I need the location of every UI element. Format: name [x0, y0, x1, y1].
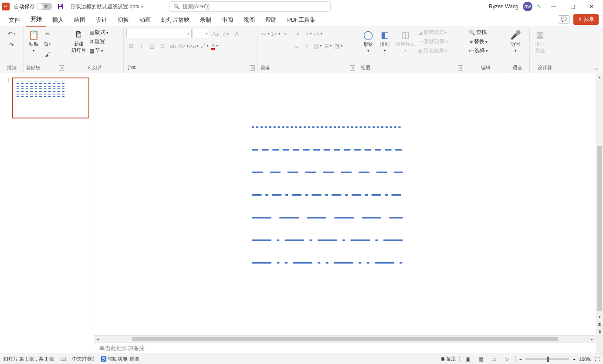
replace-button[interactable]: ⤭替换▾	[469, 38, 488, 45]
tab-切换[interactable]: 切换	[113, 13, 133, 27]
shape-effects-button[interactable]: ◐形状效果▾	[418, 47, 448, 54]
new-slide-button[interactable]: 🗎 新建 幻灯片	[70, 29, 88, 54]
spellcheck-icon[interactable]: 📖	[60, 356, 66, 362]
align-right-button[interactable]: ≡	[281, 41, 291, 51]
scroll-left-arrow[interactable]: ◂	[94, 337, 102, 341]
quick-styles-button[interactable]: ◫快速样式▾	[394, 29, 417, 54]
scroll-track[interactable]	[102, 336, 588, 343]
tab-设计[interactable]: 设计	[91, 13, 112, 27]
paragraph-launcher[interactable]: ↘	[350, 65, 355, 71]
drawing-launcher[interactable]: ↘	[458, 65, 463, 71]
scroll-down-arrow[interactable]: ▾	[596, 313, 603, 320]
strike-button[interactable]: S	[158, 41, 167, 51]
notes-toggle[interactable]: ≣ 备注	[441, 356, 456, 362]
shapes-button[interactable]: ◯形状▾	[361, 29, 376, 54]
increase-indent-button[interactable]: ⇥	[292, 29, 302, 38]
align-text-button[interactable]: ⊞	[323, 41, 333, 51]
arrange-button[interactable]: ◧排列▾	[377, 29, 392, 54]
italic-button[interactable]: I	[137, 41, 146, 51]
autosave-toggle[interactable]: 自动保存 关	[14, 3, 52, 10]
copy-button[interactable]: ⧉	[43, 39, 52, 49]
font-name-combo[interactable]: ▾	[126, 29, 192, 38]
layout-button[interactable]: ▦版式▾	[89, 29, 108, 36]
notes-placeholder[interactable]: 单击此处添加备注	[94, 343, 596, 354]
tab-插入[interactable]: 插入	[48, 13, 68, 27]
slide-canvas-wrap[interactable]	[94, 73, 596, 335]
language-label[interactable]: 中文(中国)	[72, 356, 95, 362]
font-launcher[interactable]: ↘	[250, 65, 255, 71]
justify-button[interactable]: ≣	[292, 41, 302, 51]
zoom-slider[interactable]	[525, 358, 569, 360]
slideshow-view-button[interactable]: ▷	[502, 355, 512, 363]
find-button[interactable]: 🔍查找	[469, 29, 487, 36]
select-button[interactable]: ▭选择▾	[469, 47, 488, 54]
ribbon-collapse-button[interactable]: ⌄	[590, 65, 603, 73]
char-spacing-button[interactable]: AV	[179, 41, 188, 51]
smartart-button[interactable]: ⬔	[334, 41, 343, 51]
change-case-button[interactable]: Aa	[189, 41, 199, 51]
tab-审阅[interactable]: 审阅	[217, 13, 237, 27]
bold-button[interactable]: B	[126, 41, 136, 51]
tab-动画[interactable]: 动画	[135, 13, 155, 27]
line-spacing-button[interactable]: ‡≡	[302, 29, 312, 38]
save-icon[interactable]	[57, 3, 64, 10]
reset-button[interactable]: ↺重置	[89, 38, 108, 45]
zoom-in-button[interactable]: +	[573, 357, 575, 362]
format-painter-button[interactable]: 🖌	[43, 50, 52, 59]
zoom-slider-knob[interactable]	[547, 357, 549, 362]
autosave-switch[interactable]: 关	[37, 3, 52, 10]
underline-button[interactable]: U	[147, 41, 157, 51]
paste-button[interactable]: 📋 粘贴 ▾	[26, 29, 41, 54]
decrease-font-button[interactable]: A▾	[221, 29, 231, 38]
section-button[interactable]: ▤节▾	[89, 47, 108, 54]
text-direction-button[interactable]: ↕A	[313, 29, 322, 38]
horizontal-scrollbar[interactable]: ◂ ▸	[94, 335, 596, 343]
tab-开始[interactable]: 开始	[26, 13, 46, 27]
clear-format-button[interactable]: A̸	[232, 29, 241, 38]
designer-button[interactable]: ▦设计 灵感	[532, 29, 547, 55]
font-color-button[interactable]: A	[210, 41, 220, 51]
distribute-button[interactable]: ⫴	[302, 41, 312, 51]
tab-PDF工具集[interactable]: PDF工具集	[283, 13, 320, 27]
redo-button[interactable]: ↷	[7, 40, 17, 50]
scroll-up-arrow[interactable]: ▴	[596, 73, 603, 81]
zoom-out-button[interactable]: −	[519, 357, 522, 362]
avatar[interactable]: RW	[523, 2, 532, 11]
zoom-percent[interactable]: 100%	[579, 357, 591, 362]
tab-录制[interactable]: 录制	[196, 13, 216, 27]
scroll-thumb[interactable]	[132, 337, 558, 341]
comments-button[interactable]: 💬	[558, 15, 570, 24]
share-button[interactable]: ⇪共享	[573, 14, 599, 25]
accessibility-label[interactable]: ♿ 辅助功能: 调查	[101, 356, 139, 362]
vscroll-track[interactable]	[596, 81, 603, 313]
strike2-button[interactable]: ab	[168, 41, 178, 51]
search-input[interactable]: 🔍 搜索(Alt+Q)	[169, 1, 331, 12]
minimize-button[interactable]: —	[544, 0, 563, 13]
normal-view-button[interactable]: ▣	[463, 355, 473, 363]
close-button[interactable]: ✕	[582, 0, 601, 13]
scroll-right-arrow[interactable]: ▸	[588, 337, 596, 341]
thumbnail-row[interactable]: 1	[0, 78, 94, 118]
fit-window-button[interactable]: ⛶	[595, 357, 600, 362]
highlight-button[interactable]: 🖍	[200, 41, 209, 51]
tab-幻灯片放映[interactable]: 幻灯片放映	[157, 13, 194, 27]
dictate-button[interactable]: 🎤听写▾	[508, 29, 523, 54]
cut-button[interactable]: ✂	[43, 29, 52, 38]
tab-绘图[interactable]: 绘图	[70, 13, 90, 27]
columns-button[interactable]: ▥	[313, 41, 322, 51]
clipboard-launcher[interactable]: ↘	[59, 65, 64, 71]
prev-slide-arrow[interactable]: ⯭	[596, 320, 603, 328]
tab-视图[interactable]: 视图	[239, 13, 259, 27]
align-left-button[interactable]: ≡	[261, 41, 270, 51]
reading-view-button[interactable]: ▭	[489, 355, 499, 363]
pen-customize-icon[interactable]: ✎	[537, 3, 541, 10]
shape-outline-button[interactable]: ▭形状轮廓▾	[418, 38, 448, 45]
next-slide-arrow[interactable]: ⯯	[596, 328, 603, 335]
increase-font-button[interactable]: A▴	[211, 29, 220, 38]
maximize-button[interactable]: ▢	[563, 0, 582, 13]
shape-fill-button[interactable]: ◢形状填充▾	[418, 29, 448, 36]
vertical-scrollbar[interactable]: ▴ ▾ ⯭ ⯯	[596, 73, 603, 335]
undo-button[interactable]: ↶	[7, 29, 17, 38]
decrease-indent-button[interactable]: ⇤	[281, 29, 291, 38]
vscroll-thumb[interactable]	[597, 146, 602, 311]
